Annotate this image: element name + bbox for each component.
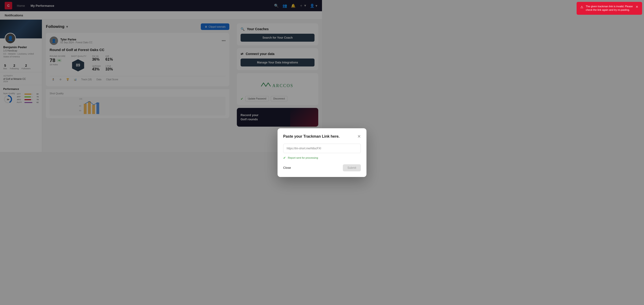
modal-title: Paste your Trackman Link here.: [283, 134, 322, 138]
modal-header: Paste your Trackman Link here. ✕: [283, 134, 322, 139]
trackman-link-input[interactable]: [283, 144, 322, 152]
modal-overlay: Paste your Trackman Link here. ✕ ✔ Repor…: [0, 0, 322, 152]
trackman-modal: Paste your Trackman Link here. ✕ ✔ Repor…: [278, 128, 322, 152]
